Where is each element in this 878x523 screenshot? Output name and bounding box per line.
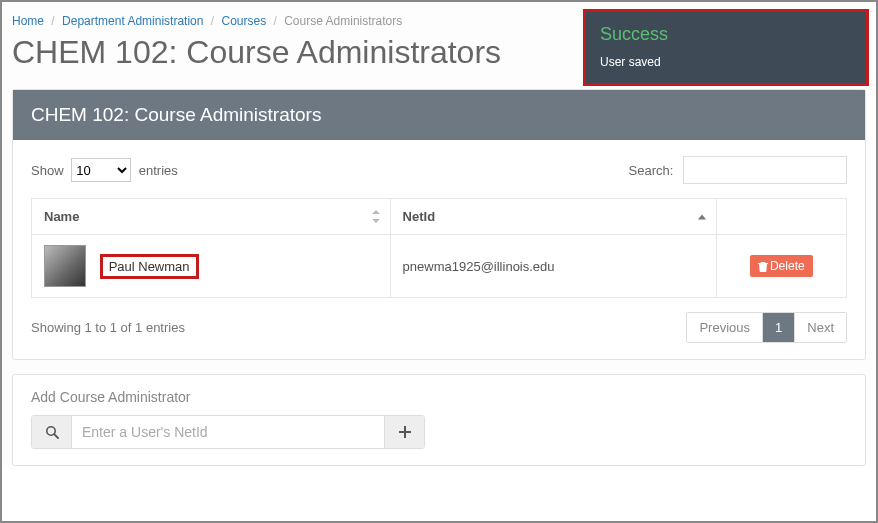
- search-icon: [32, 416, 72, 448]
- plus-icon: [399, 426, 411, 438]
- success-toast: Success User saved: [583, 9, 869, 86]
- sort-asc-icon: [698, 214, 706, 219]
- toast-title: Success: [600, 24, 852, 45]
- table-row: Paul Newman pnewma1925@illinois.edu Dele…: [32, 235, 847, 298]
- page-length-control: Show 10 entries: [31, 158, 178, 182]
- breadcrumb-separator: /: [274, 14, 277, 28]
- breadcrumb-separator: /: [211, 14, 214, 28]
- column-header-netid[interactable]: NetId: [390, 199, 716, 235]
- column-header-name[interactable]: Name: [32, 199, 391, 235]
- length-entries-label: entries: [139, 163, 178, 178]
- admins-table: Name NetId: [31, 198, 847, 298]
- search-control: Search:: [629, 156, 847, 184]
- breadcrumb-separator: /: [51, 14, 54, 28]
- search-label: Search:: [629, 163, 674, 178]
- add-admin-input-group: [31, 415, 425, 449]
- breadcrumb-current: Course Administrators: [284, 14, 402, 28]
- breadcrumb-home[interactable]: Home: [12, 14, 44, 28]
- page-next[interactable]: Next: [794, 313, 846, 342]
- paginator: Previous 1 Next: [686, 312, 847, 343]
- panel-title: CHEM 102: Course Administrators: [13, 90, 865, 140]
- add-admin-panel: Add Course Administrator: [12, 374, 866, 466]
- trash-icon: [758, 261, 768, 272]
- column-header-actions: [716, 199, 846, 235]
- user-netid: pnewma1925@illinois.edu: [390, 235, 716, 298]
- table-info: Showing 1 to 1 of 1 entries: [31, 320, 185, 335]
- page-1[interactable]: 1: [762, 313, 794, 342]
- page-previous[interactable]: Previous: [687, 313, 762, 342]
- netid-input[interactable]: [72, 416, 384, 448]
- breadcrumb-courses[interactable]: Courses: [221, 14, 266, 28]
- add-button[interactable]: [384, 416, 424, 448]
- search-input[interactable]: [683, 156, 847, 184]
- delete-button[interactable]: Delete: [750, 255, 813, 277]
- page-length-select[interactable]: 10: [71, 158, 131, 182]
- breadcrumb-department-administration[interactable]: Department Administration: [62, 14, 203, 28]
- avatar: [44, 245, 86, 287]
- add-admin-title: Add Course Administrator: [31, 389, 847, 405]
- admins-panel: CHEM 102: Course Administrators Show 10 …: [12, 89, 866, 360]
- user-name-link[interactable]: Paul Newman: [100, 254, 199, 279]
- length-show-label: Show: [31, 163, 64, 178]
- svg-line-1: [54, 434, 58, 438]
- toast-body: User saved: [600, 55, 852, 69]
